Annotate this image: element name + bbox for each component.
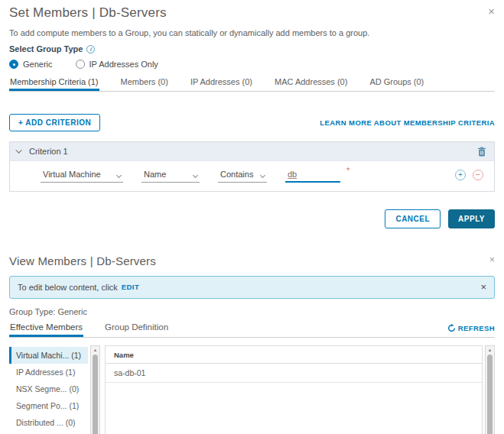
close-icon[interactable]: × — [489, 254, 495, 266]
table-header-name: Name — [106, 346, 482, 364]
add-criterion-button[interactable]: + ADD CRITERION — [9, 114, 100, 131]
group-type-label: Select Group Type — [9, 44, 83, 53]
radio-generic-label: Generic — [23, 60, 53, 69]
criterion-header[interactable]: Criterion 1 — [10, 142, 494, 160]
trash-icon — [477, 147, 486, 157]
page-title: Set Members | Db-Servers — [9, 5, 167, 21]
table-row[interactable]: sa-db-01 — [106, 364, 482, 383]
category-distributed-1[interactable]: Distributed ... (0) — [9, 414, 88, 431]
radio-ip-addresses-only[interactable]: IP Addresses Only — [76, 60, 158, 69]
members-table: Name sa-db-01 1 - 1 of 1 — [105, 345, 483, 434]
radio-selected-icon — [9, 60, 18, 69]
property-select[interactable]: Name — [141, 167, 200, 183]
criterion-body: Virtual Machine Name Contains db * + − — [10, 160, 494, 191]
set-members-dialog: Set Members | Db-Servers × To add comput… — [0, 0, 504, 228]
criterion-row-actions: + − — [455, 170, 483, 180]
add-row-icon[interactable]: + — [455, 170, 466, 180]
refresh-icon — [447, 324, 456, 332]
apply-button[interactable]: APPLY — [448, 209, 495, 228]
refresh-button[interactable]: REFRESH — [447, 324, 495, 337]
member-type-value: Virtual Machine — [43, 170, 101, 179]
operator-select[interactable]: Contains — [218, 167, 267, 183]
close-icon[interactable]: × — [488, 5, 495, 17]
banner-text: To edit below content, click — [18, 283, 118, 292]
category-segment-ports[interactable]: Segment Po... (1) — [9, 397, 88, 414]
category-scrollbar[interactable]: ▲ ▼ — [90, 345, 100, 434]
view-members-header: View Members | Db-Servers × — [9, 254, 495, 267]
tab-membership-criteria[interactable]: Membership Criteria (1) — [9, 77, 99, 91]
category-nsx-segments[interactable]: NSX Segme... (0) — [9, 381, 88, 397]
member-type-select[interactable]: Virtual Machine — [41, 167, 123, 183]
view-members-tabs: Effective Members Group Definition REFRE… — [9, 322, 495, 338]
criterion-card: Criterion 1 Virtual Machine Name — [9, 141, 495, 192]
tab-ip-addresses[interactable]: IP Addresses (0) — [190, 77, 253, 91]
tab-mac-addresses[interactable]: MAC Addresses (0) — [274, 77, 348, 91]
remove-row-icon[interactable]: − — [473, 170, 483, 180]
radio-unselected-icon — [76, 60, 85, 69]
view-members-dialog: View Members | Db-Servers × To edit belo… — [0, 254, 504, 434]
dialog-description: To add compute members to a Group, you c… — [9, 28, 495, 37]
banner-close-icon[interactable]: × — [480, 281, 486, 293]
tab-ad-groups[interactable]: AD Groups (0) — [369, 77, 424, 91]
cancel-button[interactable]: CANCEL — [385, 209, 441, 228]
criterion-value-input[interactable]: db — [285, 167, 340, 183]
scroll-up-icon[interactable]: ▲ — [488, 346, 493, 354]
delete-criterion-button[interactable] — [477, 147, 486, 157]
member-category-list: Virtual Machi... (1) IP Addresses (1) NS… — [9, 345, 88, 434]
criterion-value: db — [288, 170, 297, 179]
learn-more-link[interactable]: LEARN MORE ABOUT MEMBERSHIP CRITERIA — [320, 118, 495, 127]
criterion-title: Criterion 1 — [29, 147, 68, 156]
criteria-actions-row: + ADD CRITERION LEARN MORE ABOUT MEMBERS… — [9, 114, 495, 131]
group-type-radios: Generic IP Addresses Only — [9, 60, 495, 69]
group-type-row: Select Group Type i — [9, 44, 495, 53]
category-virtual-machines[interactable]: Virtual Machi... (1) — [9, 347, 88, 364]
tab-group-definition[interactable]: Group Definition — [104, 322, 169, 337]
radio-ip-label: IP Addresses Only — [89, 60, 158, 69]
members-content: Virtual Machi... (1) IP Addresses (1) NS… — [9, 345, 495, 434]
category-ip-addresses[interactable]: IP Addresses (1) — [9, 364, 88, 381]
set-members-header: Set Members | Db-Servers × — [9, 5, 495, 21]
scroll-up-icon[interactable]: ▲ — [93, 346, 98, 354]
refresh-label: REFRESH — [458, 324, 495, 332]
membership-tabs: Membership Criteria (1) Members (0) IP A… — [9, 77, 495, 92]
category-distributed-2[interactable]: Distributed ... (0) — [9, 431, 88, 434]
scrollbar-thumb[interactable] — [93, 355, 98, 434]
chevron-down-icon — [116, 172, 122, 177]
edit-info-banner: To edit below content, click EDIT × — [9, 276, 495, 299]
operator-value: Contains — [220, 170, 253, 179]
tab-effective-members[interactable]: Effective Members — [9, 322, 83, 337]
set-members-footer: CANCEL APPLY — [9, 209, 495, 228]
chevron-down-icon — [260, 172, 265, 177]
chevron-down-icon — [193, 172, 198, 177]
tab-members[interactable]: Members (0) — [120, 77, 169, 91]
view-members-title: View Members | Db-Servers — [9, 254, 156, 267]
info-icon[interactable]: i — [86, 45, 95, 53]
required-marker: * — [346, 166, 350, 175]
chevron-down-icon — [15, 147, 21, 153]
property-value: Name — [144, 170, 166, 179]
scrollbar-thumb[interactable] — [487, 355, 493, 434]
group-type-value: Group Type: Generic — [9, 307, 495, 316]
radio-generic[interactable]: Generic — [9, 60, 53, 69]
table-scrollbar[interactable]: ▲ ▼ — [485, 345, 495, 434]
edit-link[interactable]: EDIT — [122, 283, 139, 291]
